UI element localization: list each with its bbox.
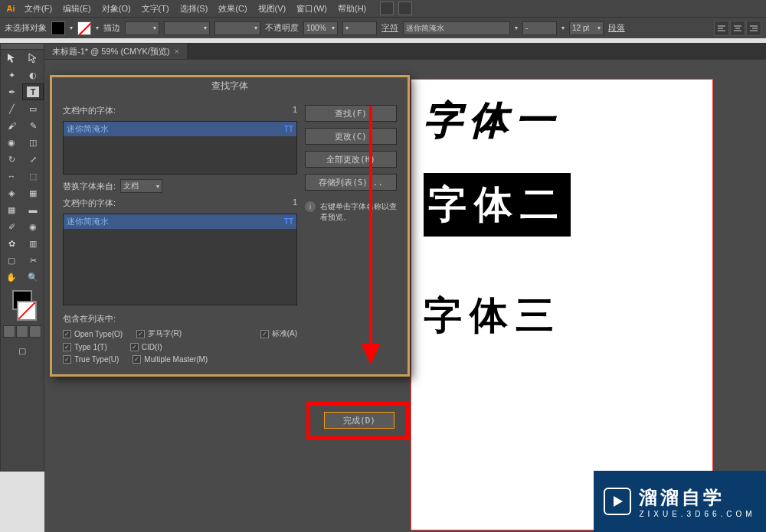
save-list-button[interactable]: 存储列表(S)... bbox=[305, 174, 397, 191]
rectangle-tool[interactable]: ▭ bbox=[22, 100, 44, 117]
stroke-color-box[interactable] bbox=[17, 301, 37, 321]
menu-effect[interactable]: 效果(C) bbox=[214, 2, 251, 16]
menu-select[interactable]: 选择(S) bbox=[175, 2, 213, 16]
dialog-title: 查找字体 bbox=[52, 77, 408, 94]
blend-tool[interactable]: ◉ bbox=[22, 218, 44, 235]
change-button[interactable]: 更改(C) bbox=[305, 128, 397, 145]
gradient-tool[interactable]: ▬ bbox=[22, 201, 44, 218]
cid-checkbox[interactable]: ✓CID(I) bbox=[130, 343, 162, 351]
scale-tool[interactable]: ⤢ bbox=[22, 151, 44, 168]
font-list-item[interactable]: 迷你简淹水 TT bbox=[64, 214, 296, 229]
brush-select[interactable]: ▾ bbox=[214, 21, 260, 35]
pen-tool[interactable]: ✒ bbox=[1, 83, 22, 100]
multiplemaster-checkbox[interactable]: ✓Multiple Master(M) bbox=[133, 355, 208, 364]
stroke-profile-select[interactable]: ▾ bbox=[164, 21, 210, 35]
stroke-label: 描边 bbox=[103, 22, 120, 34]
stroke-dropdown-arrow-icon[interactable]: ▾ bbox=[96, 24, 99, 31]
artboard-tool[interactable]: ▢ bbox=[1, 252, 22, 269]
perspective-tool[interactable]: ▦ bbox=[22, 184, 44, 201]
font-style-select[interactable]: - bbox=[522, 21, 557, 35]
menu-bar: Ai 文件(F) 编辑(E) 对象(O) 文字(T) 选择(S) 效果(C) 视… bbox=[0, 0, 766, 17]
opacity-input[interactable]: 100%▾ bbox=[303, 21, 338, 35]
fontstyle-dropdown-icon[interactable]: ▾ bbox=[561, 24, 565, 31]
find-button[interactable]: 查找(F) bbox=[305, 105, 397, 122]
menu-help[interactable]: 帮助(H) bbox=[333, 2, 371, 16]
layout-icon-1[interactable] bbox=[380, 2, 394, 15]
opentype-checkbox[interactable]: ✓Open Type(O) bbox=[63, 328, 123, 339]
align-center-icon[interactable] bbox=[730, 21, 745, 36]
column-graph-tool[interactable]: ▥ bbox=[22, 235, 44, 252]
line-tool[interactable]: ╱ bbox=[1, 100, 22, 117]
magic-wand-tool[interactable]: ✦ bbox=[1, 67, 22, 83]
zoom-tool[interactable]: 🔍 bbox=[22, 269, 44, 286]
change-all-button[interactable]: 全部更改(H) bbox=[305, 151, 397, 168]
screen-mode-btn[interactable]: ▢ bbox=[11, 342, 33, 359]
paintbrush-tool[interactable]: 🖌 bbox=[1, 117, 22, 134]
app-logo: Ai bbox=[3, 1, 18, 16]
stroke-weight-select[interactable]: ▾ bbox=[125, 21, 159, 35]
slice-tool[interactable]: ✂ bbox=[22, 252, 44, 269]
paragraph-panel-link[interactable]: 段落 bbox=[608, 22, 625, 34]
truetype-icon: TT bbox=[284, 217, 293, 226]
standard-checkbox[interactable]: ✓标准(A) bbox=[260, 328, 297, 339]
menu-window[interactable]: 窗口(W) bbox=[292, 2, 332, 16]
eraser-tool[interactable]: ◫ bbox=[22, 134, 44, 151]
watermark: 溜溜自学 ZIXUE.3D66.COM bbox=[594, 471, 766, 532]
selection-tool[interactable] bbox=[1, 50, 22, 67]
done-button[interactable]: 完成(D) bbox=[324, 412, 394, 429]
symbol-sprayer-tool[interactable]: ✿ bbox=[1, 235, 22, 252]
layout-icon-2[interactable] bbox=[398, 2, 412, 15]
none-mode-btn[interactable] bbox=[29, 325, 41, 338]
panel-grip[interactable] bbox=[1, 44, 44, 50]
character-panel-link[interactable]: 字符 bbox=[381, 22, 398, 34]
pencil-tool[interactable]: ✎ bbox=[22, 117, 44, 134]
text-object-3[interactable]: 字体三 bbox=[424, 290, 700, 341]
fill-swatch[interactable] bbox=[51, 21, 65, 35]
free-transform-tool[interactable]: ⬚ bbox=[22, 168, 44, 184]
font-dropdown-icon[interactable]: ▾ bbox=[515, 24, 518, 31]
font-list-item[interactable]: 迷你简淹水 TT bbox=[64, 122, 296, 136]
replace-from-select[interactable]: 文档▾ bbox=[120, 179, 162, 193]
find-font-dialog: 查找字体 文档中的字体: 1 迷你简淹水 TT 替换字体来自: 文档▾ 文档中的… bbox=[50, 75, 410, 377]
include-label: 包含在列表中: bbox=[63, 313, 116, 325]
replacement-fonts-list[interactable]: 迷你简淹水 TT bbox=[63, 214, 297, 305]
shape-builder-tool[interactable]: ◈ bbox=[1, 184, 22, 201]
doc-fonts-label: 文档中的字体: bbox=[63, 105, 116, 116]
roman-checkbox[interactable]: ✓罗马字(R) bbox=[136, 328, 182, 339]
mesh-tool[interactable]: ▦ bbox=[1, 201, 22, 218]
color-mode-btn[interactable] bbox=[3, 325, 15, 338]
stroke-swatch[interactable] bbox=[77, 21, 91, 35]
menu-view[interactable]: 视图(V) bbox=[254, 2, 291, 16]
blob-brush-tool[interactable]: ◉ bbox=[1, 134, 22, 151]
style-select[interactable]: ▾ bbox=[342, 21, 377, 35]
menu-type[interactable]: 文字(T) bbox=[137, 2, 174, 16]
type1-checkbox[interactable]: ✓Type 1(T) bbox=[63, 343, 107, 351]
menu-file[interactable]: 文件(F) bbox=[20, 2, 57, 16]
menu-edit[interactable]: 编辑(E) bbox=[58, 2, 96, 16]
text-object-1[interactable]: 字体一 bbox=[424, 95, 700, 146]
truetype-checkbox[interactable]: ✓True Type(U) bbox=[63, 355, 119, 364]
text-object-2[interactable]: 字体二 bbox=[424, 173, 571, 237]
direct-selection-tool[interactable] bbox=[22, 50, 44, 67]
font-size-input[interactable]: 12 pt▾ bbox=[569, 21, 604, 35]
menu-object[interactable]: 对象(O) bbox=[97, 2, 136, 16]
lasso-tool[interactable]: ◐ bbox=[22, 67, 44, 83]
align-right-icon[interactable] bbox=[746, 21, 761, 36]
type-tool[interactable]: T bbox=[22, 83, 44, 100]
eyedropper-tool[interactable]: ✐ bbox=[1, 218, 22, 235]
fill-stroke-swatch[interactable] bbox=[1, 290, 44, 321]
dialog-hint-text: 右键单击字体名称以查看预览。 bbox=[320, 201, 397, 223]
replace-from-label: 替换字体来自: bbox=[63, 181, 116, 192]
font-family-select[interactable]: 迷你简淹水 bbox=[403, 21, 510, 35]
tab-close-icon[interactable]: × bbox=[175, 47, 179, 56]
document-fonts-list[interactable]: 迷你简淹水 TT bbox=[63, 121, 297, 175]
svg-marker-9 bbox=[614, 496, 623, 507]
fill-dropdown-arrow-icon[interactable]: ▾ bbox=[70, 24, 73, 31]
width-tool[interactable]: ↔ bbox=[1, 168, 22, 184]
gradient-mode-btn[interactable] bbox=[16, 325, 28, 338]
align-left-icon[interactable] bbox=[714, 21, 729, 36]
document-tab[interactable]: 未标题-1* @ 59% (CMYK/预览) × bbox=[44, 44, 187, 59]
hand-tool[interactable]: ✋ bbox=[1, 269, 22, 286]
rotate-tool[interactable]: ↻ bbox=[1, 151, 22, 168]
doc-fonts-count-2: 1 bbox=[293, 197, 297, 209]
